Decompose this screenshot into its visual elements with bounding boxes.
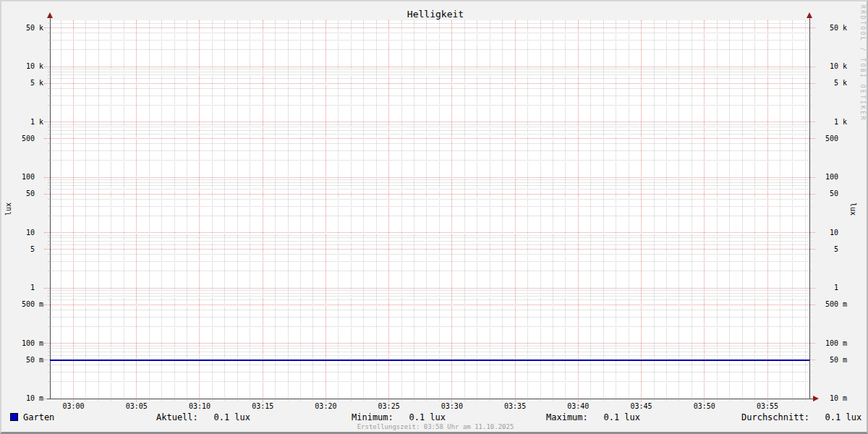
- gridline-minor-vertical: [565, 20, 566, 401]
- gridline-minor-horizontal: [48, 72, 812, 72]
- gridline-minor-horizontal: [48, 124, 812, 125]
- gridline-minor-vertical: [666, 20, 667, 401]
- gridline-minor-vertical: [111, 20, 111, 401]
- gridline-minor-horizontal: [48, 326, 812, 327]
- gridline-minor-horizontal: [48, 241, 812, 242]
- gridline-minor-vertical: [161, 20, 162, 401]
- gridline-major-horizontal: [44, 177, 815, 178]
- legend-series-label: Garten: [23, 413, 54, 422]
- gridline-major-horizontal: [44, 249, 815, 250]
- series-line-garten: [50, 359, 809, 361]
- x-tick-label: 03:40: [559, 402, 597, 411]
- gridline-minor-horizontal: [48, 235, 812, 236]
- gridline-minor-vertical: [678, 20, 679, 401]
- y-axis-right: [809, 18, 810, 399]
- plot-canvas: [51, 20, 809, 399]
- y-tick-label-left: 1 k: [17, 118, 43, 127]
- gridline-major-horizontal: [44, 232, 815, 233]
- x-tick-label: 03:55: [749, 402, 786, 411]
- gridline-minor-horizontal: [48, 49, 812, 50]
- y-tick-label-right: 50 m: [821, 356, 847, 365]
- y-tick-label-left: 10 m: [17, 394, 43, 403]
- gridline-minor-horizontal: [48, 75, 812, 75]
- gridline-minor-vertical: [275, 20, 276, 401]
- gridline-minor-horizontal: [48, 346, 812, 346]
- gridline-major-vertical: [704, 20, 705, 402]
- gridline-minor-vertical: [439, 20, 440, 401]
- gridline-minor-horizontal: [48, 299, 812, 300]
- gridline-minor-vertical: [414, 20, 414, 401]
- y-tick-label-left: 10: [17, 229, 43, 237]
- x-tick-label: 03:35: [496, 402, 534, 411]
- gridline-minor-vertical: [729, 20, 730, 401]
- axis-arrow-up-right-icon: [807, 12, 812, 18]
- gridline-minor-horizontal: [48, 216, 812, 216]
- gridline-minor-vertical: [401, 20, 402, 401]
- legend-stat-durchschnitt: Durchschnitt: 0.1 lux: [741, 413, 861, 422]
- y-tick-label-left: 1: [17, 284, 43, 292]
- gridline-minor-vertical: [288, 20, 289, 401]
- gridline-minor-horizontal: [48, 348, 812, 349]
- y-tick-label-right: 50 k: [821, 24, 847, 33]
- gridline-minor-horizontal: [48, 150, 812, 151]
- y-tick-label-left: 50: [17, 190, 43, 198]
- gridline-minor-horizontal: [48, 372, 812, 373]
- gridline-minor-horizontal: [48, 290, 812, 291]
- gridline-major-horizontal: [44, 83, 815, 84]
- gridline-minor-horizontal: [48, 293, 812, 294]
- gridline-major-vertical: [578, 20, 579, 402]
- gridline-minor-horizontal: [48, 40, 812, 41]
- gridline-minor-vertical: [742, 20, 743, 401]
- gridline-minor-horizontal: [48, 244, 812, 245]
- gridline-major-horizontal: [44, 305, 815, 305]
- gridline-major-vertical: [641, 20, 642, 402]
- y-tick-label-left: 500: [17, 135, 43, 143]
- gridline-major-horizontal: [44, 138, 815, 139]
- gridline-minor-vertical: [376, 20, 377, 401]
- gridline-minor-vertical: [212, 20, 213, 401]
- gridline-minor-horizontal: [48, 237, 812, 238]
- rrdtool-graph: Helligkeit lux lux RRDTOOL / TOBI OETIKE…: [0, 0, 868, 434]
- y-tick-label-right: 100 m: [821, 339, 847, 348]
- gridline-minor-horizontal: [48, 130, 812, 131]
- legend-stat-aktuell: Aktuell: 0.1 lux: [156, 413, 250, 422]
- x-axis: [47, 399, 814, 399]
- gridline-minor-horizontal: [48, 127, 812, 127]
- plot-area: 03:0003:0503:1003:1503:2003:2503:3003:35…: [1, 1, 868, 434]
- x-tick-label: 03:50: [686, 402, 723, 411]
- gridline-major-vertical: [451, 20, 452, 402]
- y-tick-label-right: 5 k: [821, 79, 847, 88]
- gridline-minor-horizontal: [48, 95, 812, 96]
- gridline-minor-vertical: [553, 20, 553, 401]
- gridline-minor-horizontal: [48, 33, 812, 33]
- gridline-minor-horizontal: [48, 134, 812, 135]
- gridline-minor-horizontal: [48, 23, 812, 24]
- y-tick-label-left: 50 k: [17, 24, 43, 33]
- x-tick-label: 03:15: [244, 402, 281, 411]
- y-tick-label-right: 1 k: [821, 118, 847, 127]
- y-tick-label-right: 50: [821, 190, 847, 198]
- gridline-minor-vertical: [792, 20, 793, 401]
- gridline-major-horizontal: [44, 194, 815, 195]
- gridline-minor-vertical: [174, 20, 175, 401]
- y-tick-label-right: 10 m: [821, 394, 847, 403]
- gridline-minor-vertical: [464, 20, 465, 401]
- x-tick-label: 03:45: [623, 402, 660, 411]
- x-tick-label: 03:10: [181, 402, 218, 411]
- gridline-minor-vertical: [717, 20, 718, 401]
- gridline-minor-vertical: [351, 20, 352, 401]
- gridline-minor-horizontal: [48, 381, 812, 382]
- gridline-minor-vertical: [98, 20, 99, 401]
- y-tick-label-left: 100 m: [17, 339, 43, 348]
- axis-arrow-right-icon: [813, 396, 819, 401]
- gridline-minor-horizontal: [48, 179, 812, 180]
- gridline-major-vertical: [515, 20, 516, 402]
- gridline-minor-vertical: [477, 20, 477, 401]
- gridline-major-vertical: [326, 20, 326, 402]
- gridline-major-horizontal: [44, 343, 815, 344]
- y-tick-label-left: 10 k: [17, 62, 43, 71]
- legend-stat-minimum: Minimum: 0.1 lux: [352, 413, 446, 422]
- gridline-major-vertical: [199, 20, 200, 402]
- gridline-minor-horizontal: [48, 88, 812, 89]
- gridline-minor-horizontal: [48, 317, 812, 318]
